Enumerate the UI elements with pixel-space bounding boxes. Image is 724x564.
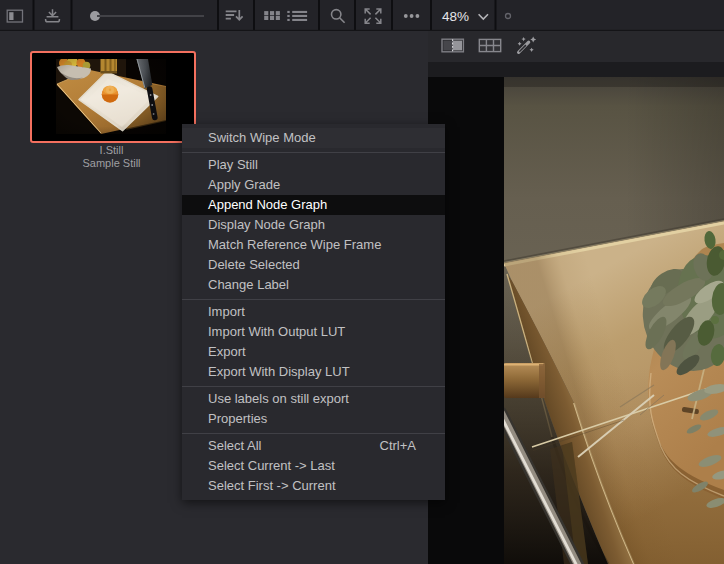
- svg-text:48%: 48%: [442, 9, 469, 24]
